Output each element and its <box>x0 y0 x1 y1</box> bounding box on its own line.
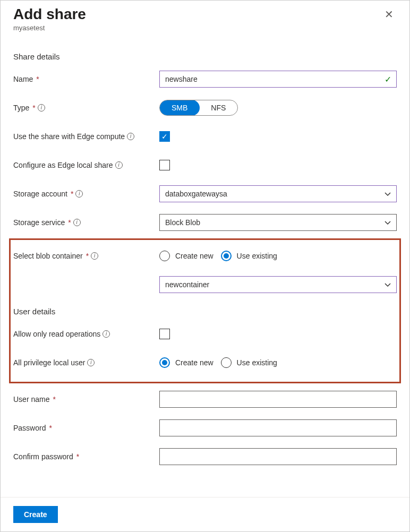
storage-service-value: Block Blob <box>165 218 200 227</box>
blob-container-value: newcontainer <box>165 280 209 289</box>
read-only-checkbox[interactable] <box>159 329 170 339</box>
storage-account-label: Storage account <box>13 190 67 198</box>
type-toggle[interactable]: SMB NFS <box>159 100 238 116</box>
storage-service-select[interactable]: Block Blob <box>159 214 397 231</box>
required-indicator: * <box>49 424 52 432</box>
storage-service-label: Storage service <box>13 218 65 227</box>
blob-container-label: Select blob container <box>13 252 83 260</box>
required-indicator: * <box>32 104 35 112</box>
type-label: Type <box>13 104 29 112</box>
required-indicator: * <box>86 252 89 260</box>
confirm-password-input[interactable] <box>159 448 397 465</box>
user-create-new-radio[interactable] <box>159 357 170 368</box>
blob-create-new-label: Create new <box>175 252 213 260</box>
info-icon[interactable]: i <box>87 359 95 366</box>
storage-account-value: databoxgatewaysa <box>165 190 227 198</box>
user-create-new-label: Create new <box>175 358 213 367</box>
panel-title: Add share <box>13 6 86 23</box>
info-icon[interactable]: i <box>38 104 45 111</box>
info-icon[interactable]: i <box>91 252 98 260</box>
read-only-label: Allow only read operations <box>13 330 100 338</box>
info-icon[interactable]: i <box>127 133 134 140</box>
chevron-down-icon <box>385 219 391 226</box>
valid-check-icon: ✓ <box>385 74 391 84</box>
chevron-down-icon <box>385 191 391 197</box>
share-details-heading: Share details <box>13 52 397 61</box>
name-label: Name <box>13 75 33 83</box>
required-indicator: * <box>76 452 79 461</box>
edge-local-checkbox[interactable] <box>159 160 170 170</box>
panel-subtitle: myasetest <box>13 24 86 32</box>
edge-compute-checkbox[interactable] <box>159 131 170 142</box>
edge-local-label: Configure as Edge local share <box>13 161 113 169</box>
type-option-nfs[interactable]: NFS <box>199 100 237 115</box>
confirm-password-label: Confirm password <box>13 452 73 461</box>
user-use-existing-label: Use existing <box>237 358 277 367</box>
type-option-smb[interactable]: SMB <box>159 100 200 116</box>
required-indicator: * <box>53 395 55 404</box>
blob-use-existing-radio[interactable] <box>221 251 232 261</box>
password-input[interactable] <box>159 419 397 436</box>
user-use-existing-radio[interactable] <box>221 357 232 368</box>
highlight-region: Select blob container * i Create new Use… <box>9 238 401 383</box>
password-label: Password <box>13 424 46 432</box>
info-icon[interactable]: i <box>75 190 83 198</box>
info-icon[interactable]: i <box>102 330 110 338</box>
storage-account-select[interactable]: databoxgatewaysa <box>159 185 397 202</box>
close-icon[interactable]: ✕ <box>381 6 397 23</box>
info-icon[interactable]: i <box>73 219 81 226</box>
name-input[interactable] <box>159 71 397 88</box>
blob-use-existing-label: Use existing <box>237 252 277 260</box>
required-indicator: * <box>36 75 39 83</box>
blob-create-new-radio[interactable] <box>159 251 170 261</box>
required-indicator: * <box>71 190 73 198</box>
local-user-label: All privilege local user <box>13 358 85 367</box>
chevron-down-icon <box>385 281 391 288</box>
blob-container-select[interactable]: newcontainer <box>159 276 397 293</box>
required-indicator: * <box>68 218 71 227</box>
edge-compute-label: Use the share with Edge compute <box>13 132 125 141</box>
username-label: User name <box>13 395 49 404</box>
info-icon[interactable]: i <box>115 161 123 169</box>
user-details-heading: User details <box>13 307 397 316</box>
username-input[interactable] <box>159 391 397 408</box>
create-button[interactable]: Create <box>13 506 58 523</box>
